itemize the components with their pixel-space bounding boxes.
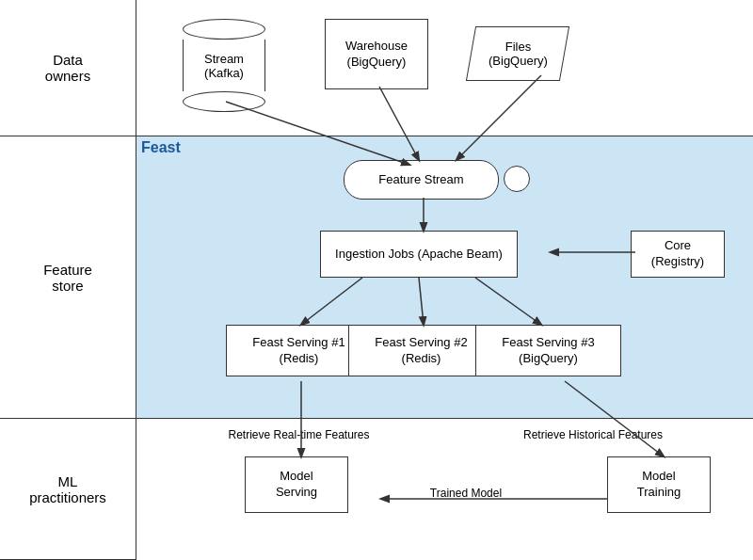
files-bigquery-label: Files(BigQuery) [489,40,548,68]
feature-stream-label: Feature Stream [378,172,463,188]
feast-serving3-label: Feast Serving #3(BigQuery) [502,335,594,367]
sidebar-ml-label: MLpractitioners [29,473,106,505]
stream-kafka-top [183,19,265,40]
core-registry-node: Core(Registry) [631,231,725,278]
stream-kafka-node: Stream (Kafka) [182,19,266,112]
warehouse-bigquery-node: Warehouse(BigQuery) [325,19,428,89]
model-training-label: ModelTraining [637,469,681,501]
files-bigquery-node: Files(BigQuery) [466,26,569,81]
core-registry-label: Core(Registry) [651,238,704,270]
trained-model-label: Trained Model [414,487,518,500]
retrieve-realtime-label: Retrieve Real-time Features [216,428,381,441]
sidebar: Dataowners Featurestore MLpractitioners [0,0,136,560]
main-content: Feast [136,0,753,560]
sidebar-feature-store: Featurestore [0,136,136,419]
sidebar-ml-practitioners: MLpractitioners [0,419,136,560]
sidebar-data-owners: Dataowners [0,0,136,136]
sidebar-data-owners-label: Dataowners [45,52,90,84]
feast-serving3-node: Feast Serving #3(BigQuery) [475,325,621,376]
sidebar-feature-store-label: Featurestore [43,262,92,294]
feast-serving2-node: Feast Serving #2(Redis) [348,325,494,376]
diagram-container: Dataowners Featurestore MLpractitioners … [0,0,753,560]
ingestion-jobs-node: Ingestion Jobs (Apache Beam) [320,231,518,278]
stream-kafka-body: Stream (Kafka) [183,40,265,91]
feast-label: Feast [141,139,181,156]
stream-kafka-label: Stream (Kafka) [184,52,264,80]
ingestion-jobs-label: Ingestion Jobs (Apache Beam) [335,247,503,263]
warehouse-bigquery-label: Warehouse(BigQuery) [345,39,408,71]
feature-stream-circle [504,166,530,192]
model-serving-node: ModelServing [245,456,348,513]
model-serving-label: ModelServing [276,469,317,501]
feast-serving2-label: Feast Serving #2(Redis) [375,335,467,367]
retrieve-historical-label: Retrieve Historical Features [504,428,682,441]
model-training-node: ModelTraining [607,456,711,513]
feast-serving1-label: Feast Serving #1(Redis) [252,335,344,367]
feature-stream-node: Feature Stream [344,160,499,200]
stream-kafka-bottom [183,91,265,112]
